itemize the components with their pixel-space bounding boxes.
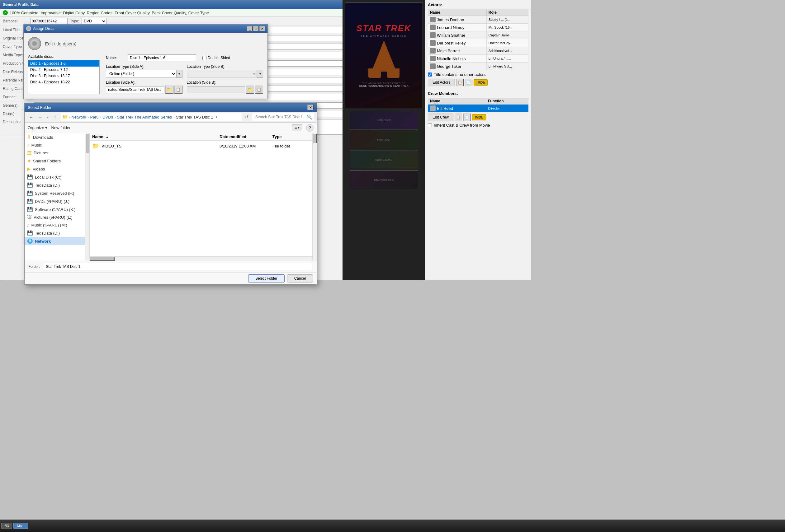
edit-crew-button[interactable]: Edit Crew	[428, 113, 453, 121]
location-b-input[interactable]	[187, 86, 245, 93]
location-a-copy-btn[interactable]: 📋	[174, 85, 182, 94]
taskbar-item-b3[interactable]: B3	[1, 523, 12, 529]
sidebar-item[interactable]: 💾Local Disk (C:)	[25, 173, 85, 181]
breadcrumb-dvds[interactable]: DVDs	[102, 115, 113, 119]
actor-row[interactable]: William Shatner Captain Jame...	[428, 31, 528, 39]
col-type-header[interactable]: Type	[273, 134, 310, 139]
location-b-copy-btn[interactable]: 📋	[255, 85, 263, 94]
search-input[interactable]	[254, 114, 305, 120]
view-btn[interactable]: ≡ ▾	[292, 125, 302, 131]
disc-list-item[interactable]: Disc 1 - Episodes 1-6	[28, 60, 99, 66]
sidebar-item[interactable]: ★Shared Folders	[25, 157, 85, 165]
location-type-b-arrow: ▾	[257, 70, 263, 78]
actors-col-role: Role	[486, 9, 528, 16]
thumb-2[interactable]: Disc Label	[350, 131, 418, 149]
copy-actors-button[interactable]: 📋	[456, 79, 464, 86]
actor-row[interactable]: George Takei Lt. Hikaru Sul...	[428, 62, 528, 70]
actor-row[interactable]: Leonard Nimoy Mr. Spock (16...	[428, 24, 528, 31]
sidebar-item[interactable]: 💾System Reserved (F:)	[25, 189, 85, 197]
nav-dropdown-btn[interactable]: ▾	[45, 113, 50, 121]
breadcrumb-paru[interactable]: Paru	[90, 115, 98, 119]
imdb-actors-button[interactable]: IMDb	[474, 79, 488, 85]
inherit-cast-label: Inherit Cast & Crew from Movie	[434, 123, 490, 128]
assign-minimize-btn[interactable]: _	[247, 26, 253, 31]
sidebar-item[interactable]: ⬇Downloads	[25, 133, 85, 141]
nav-back-btn[interactable]: ←	[27, 113, 35, 121]
location-type-b-select[interactable]	[187, 70, 257, 77]
sidebar-item[interactable]: 🌐Network	[25, 237, 85, 245]
col-date-header[interactable]: Date modified	[220, 134, 273, 139]
search-icon: 🔍	[307, 114, 312, 119]
disc-list-item[interactable]: Disc 2 - Episodes 7-12	[28, 66, 99, 73]
location-types-row: Location Type (Side A): Online (Folder) …	[106, 64, 263, 78]
location-a-input[interactable]	[106, 86, 164, 93]
thumb-3[interactable]: Back Cover 2	[350, 151, 418, 169]
sidebar-item[interactable]: 💾TedsData (D:)	[25, 229, 85, 237]
nav-refresh-btn[interactable]: ↺	[243, 113, 251, 121]
cancel-btn[interactable]: Cancel	[287, 274, 313, 283]
location-b-browse-btn[interactable]: 📁	[246, 85, 254, 94]
actor-row[interactable]: James Doohan Scotty / ... (1...	[428, 16, 528, 24]
sidebar-item[interactable]: ▶Videos	[25, 165, 85, 173]
nav-forward-btn[interactable]: →	[36, 113, 44, 121]
assign-discs-titlebar: Assign Discs _ □ ✕	[24, 25, 268, 33]
imdb-crew-button[interactable]: IMDb	[472, 114, 486, 121]
assign-maximize-btn[interactable]: □	[253, 26, 259, 31]
discs-list[interactable]: Disc 1 - Episodes 1-6Disc 2 - Episodes 7…	[28, 60, 100, 94]
location-a-col: Location (Side A): 📁 📋	[106, 80, 182, 94]
sidebar-item[interactable]: 🖼Pictures (\\PARU) (L:)	[25, 213, 85, 221]
content-row-video-ts[interactable]: 📁 VIDEO_TS 8/10/2019 11:03 AM File folde…	[90, 141, 312, 151]
location-type-a-select[interactable]: Online (Folder)	[106, 70, 176, 77]
breadcrumb-sep-2: ›	[87, 115, 89, 119]
new-folder-btn[interactable]: New folder	[51, 125, 70, 130]
location-a-browse-btn[interactable]: 📁	[166, 85, 173, 94]
sidebar-item[interactable]: 🖼Pictures	[25, 149, 85, 157]
organize-btn[interactable]: Organize ▾	[28, 125, 47, 130]
folder-dialog-close[interactable]: ✕	[307, 105, 313, 110]
content-scrollbar[interactable]	[312, 133, 317, 261]
help-btn[interactable]: ?	[306, 124, 313, 132]
nav-up-btn[interactable]: ↑	[51, 113, 59, 121]
actor-row[interactable]: Nichelle Nichols Lt. Uhura / ......	[428, 55, 528, 62]
folder-name-input[interactable]	[43, 263, 313, 270]
disc-list-item[interactable]: Disc 3 - Episodes 13-17	[28, 73, 99, 79]
crew-title: Crew Members:	[428, 91, 528, 96]
col-name-header[interactable]: Name ▲	[92, 134, 220, 139]
search-box: 🔍	[252, 113, 314, 121]
paste-actors-button[interactable]: 📄	[465, 79, 472, 86]
select-folder-btn[interactable]: Select Folder	[248, 274, 285, 283]
sidebar-item[interactable]: 💾Software (\\PARU) (K:)	[25, 205, 85, 213]
edit-actors-button[interactable]: Edit Actors	[428, 79, 455, 86]
actor-row[interactable]: Majel Barrett Additional voi...	[428, 47, 528, 55]
disc-name-input[interactable]	[128, 54, 196, 61]
main-title: General Profile Data	[3, 2, 39, 7]
star-trek-logo: STAR TREK	[356, 23, 411, 33]
sidebar-item[interactable]: 💾DVDs (\\PARU) (J:)	[25, 197, 85, 205]
double-sided-checkbox[interactable]	[202, 56, 206, 60]
sidebar-item[interactable]: ♪Music	[25, 141, 85, 149]
thumb-1[interactable]: Back Cover	[350, 111, 418, 129]
breadcrumb-dropdown-btn[interactable]: ▾	[214, 114, 219, 120]
disc-list-item[interactable]: Disc 4 - Episodes 18-22	[28, 79, 99, 85]
barcode-input[interactable]	[30, 18, 68, 24]
inherit-cast-checkbox[interactable]	[428, 123, 432, 127]
actor-row[interactable]: DeForest Kelley Doctor McCoy...	[428, 39, 528, 47]
assign-close-btn[interactable]: ✕	[259, 26, 265, 31]
thumb-4[interactable]: STARTREK.COM	[350, 170, 418, 189]
breadcrumb-network[interactable]: Network	[71, 115, 86, 119]
sidebar-item[interactable]: 💾TedsData (D:)	[25, 181, 85, 189]
sidebar-icon: 💾	[27, 190, 33, 196]
breadcrumb-star-trek-animated[interactable]: Star Trek The Animated Series	[117, 115, 172, 119]
location-b-label: Location (Side B):	[187, 80, 263, 85]
assign-discs-content: Edit title disc(s) Available discs: Disc…	[24, 33, 268, 99]
animated-adventures: THE ANIMATED ADVENTURES OF	[362, 82, 405, 84]
content-hscrollbar[interactable]	[90, 256, 312, 261]
type-select[interactable]: DVD	[82, 18, 106, 25]
paste-crew-button[interactable]: 📄	[463, 113, 471, 121]
taskbar-item-mo[interactable]: Mo...	[14, 523, 28, 529]
sidebar-item[interactable]: ♪Music (\\PARU) (M:)	[25, 221, 85, 229]
no-other-actors-checkbox[interactable]	[428, 73, 432, 77]
sidebar-scrollbar[interactable]	[85, 133, 90, 261]
copy-crew-button[interactable]: 📋	[455, 113, 462, 121]
crew-row[interactable]: Bill Reed Director	[428, 105, 528, 112]
